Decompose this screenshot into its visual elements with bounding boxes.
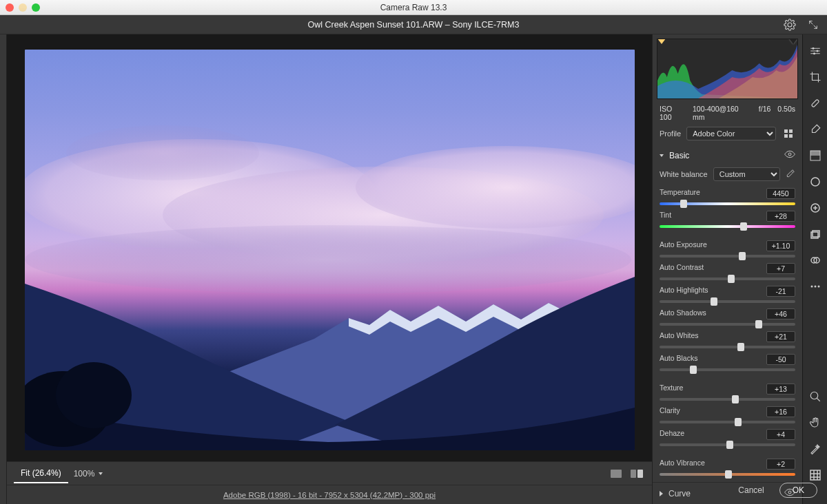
slider-dehaze[interactable]: Dehaze+4 xyxy=(660,428,795,450)
slider-contrast[interactable]: Auto Contrast+7 xyxy=(660,262,795,284)
zoom-tool[interactable] xyxy=(808,390,822,403)
svg-rect-9 xyxy=(637,470,643,478)
svg-point-29 xyxy=(814,286,816,288)
fullscreen-button[interactable] xyxy=(806,18,820,32)
filmstrip-collapsed[interactable] xyxy=(0,34,7,504)
svg-rect-8 xyxy=(631,470,636,478)
slider-label: Auto Blacks xyxy=(660,354,697,365)
slider-label: Dehaze xyxy=(660,429,684,440)
cancel-button[interactable]: Cancel xyxy=(733,483,769,498)
slider-label: Tint xyxy=(660,211,671,222)
slider-value[interactable]: -50 xyxy=(766,354,795,365)
image-preview[interactable] xyxy=(25,50,635,450)
white-balance-dropdown[interactable]: Custom xyxy=(713,167,780,181)
presets-tool[interactable] xyxy=(808,253,822,267)
slider-track[interactable] xyxy=(660,225,795,228)
slider-value[interactable]: +16 xyxy=(766,406,795,417)
adjustment-brush-tool[interactable] xyxy=(808,123,822,136)
slider-thumb[interactable] xyxy=(680,200,687,208)
redeye-tool[interactable] xyxy=(808,201,822,215)
profile-browser-button[interactable] xyxy=(782,129,795,138)
slider-value[interactable]: +28 xyxy=(766,211,795,222)
slider-value[interactable]: +21 xyxy=(766,331,795,342)
fullscreen-icon xyxy=(808,19,819,30)
chevron-right-icon xyxy=(660,491,663,496)
zoom-icon xyxy=(809,390,821,403)
shadow-clip-warning-icon[interactable] xyxy=(657,39,666,44)
slider-shadows[interactable]: Auto Shadows+46 xyxy=(660,307,795,330)
snapshots-tool[interactable] xyxy=(808,227,822,241)
basic-visibility-toggle[interactable] xyxy=(784,150,795,160)
settings-button[interactable] xyxy=(783,18,797,32)
slider-track[interactable] xyxy=(660,202,795,205)
radial-filter-tool[interactable] xyxy=(808,175,822,189)
slider-thumb[interactable] xyxy=(740,222,747,231)
ok-button[interactable]: OK xyxy=(779,483,817,498)
zoom-level-dropdown[interactable]: 100% xyxy=(68,465,109,483)
more-button[interactable] xyxy=(808,280,822,293)
svg-rect-32 xyxy=(810,470,820,480)
slider-track[interactable] xyxy=(660,277,795,280)
slider-track[interactable] xyxy=(660,323,795,326)
highlight-clip-warning-icon[interactable] xyxy=(789,39,797,44)
slider-exposure[interactable]: Auto Exposure+1.10 xyxy=(660,239,795,262)
slider-thumb[interactable] xyxy=(711,297,717,306)
white-balance-eyedropper[interactable] xyxy=(786,169,795,180)
slider-track[interactable] xyxy=(660,473,795,476)
slider-thumb[interactable] xyxy=(725,470,732,479)
slider-vibrance[interactable]: Auto Vibrance+2 xyxy=(660,457,795,479)
view-single-button[interactable] xyxy=(608,467,624,481)
histogram[interactable] xyxy=(657,39,798,99)
slider-track[interactable] xyxy=(660,255,795,258)
svg-rect-21 xyxy=(810,151,820,156)
slider-value[interactable]: 4450 xyxy=(766,188,795,199)
slider-value[interactable]: +13 xyxy=(766,384,795,395)
profile-dropdown[interactable]: Adobe Color xyxy=(686,127,776,140)
grid-overlay-tool[interactable] xyxy=(808,468,822,482)
slider-temperature[interactable]: Temperature4450 xyxy=(660,187,795,209)
image-info-bar[interactable]: Adobe RGB (1998) - 16 bit - 7952 x 5304 … xyxy=(7,485,652,504)
slider-thumb[interactable] xyxy=(737,343,744,351)
slider-thumb[interactable] xyxy=(690,366,697,374)
slider-value[interactable]: +2 xyxy=(766,459,795,470)
preview-tree xyxy=(25,326,149,450)
slider-whites[interactable]: Auto Whites+21 xyxy=(660,330,795,353)
crop-tool[interactable] xyxy=(808,70,822,84)
slider-clarity[interactable]: Clarity+16 xyxy=(660,405,795,428)
slider-texture[interactable]: Texture+13 xyxy=(660,382,795,405)
slider-thumb[interactable] xyxy=(735,418,742,426)
slider-track[interactable] xyxy=(660,300,795,303)
slider-tint[interactable]: Tint+28 xyxy=(660,209,795,232)
slider-highlights[interactable]: Auto Highlights-21 xyxy=(660,284,795,307)
exif-lens: 100-400@160 mm xyxy=(693,105,752,121)
slider-track[interactable] xyxy=(660,398,795,401)
slider-thumb[interactable] xyxy=(755,320,762,328)
slider-value[interactable]: -21 xyxy=(766,286,795,297)
slider-track[interactable] xyxy=(660,346,795,348)
graduated-filter-tool[interactable] xyxy=(808,149,822,162)
svg-rect-11 xyxy=(789,129,793,133)
slider-thumb[interactable] xyxy=(739,252,746,260)
slider-thumb[interactable] xyxy=(726,441,733,449)
color-sampler-tool[interactable] xyxy=(808,442,822,456)
slider-value[interactable]: +46 xyxy=(766,308,795,319)
slider-track[interactable] xyxy=(660,421,795,423)
svg-rect-19 xyxy=(811,99,819,107)
white-balance-label: White balance xyxy=(660,170,708,178)
basic-section-header[interactable]: Basic xyxy=(660,146,795,165)
edit-tool[interactable] xyxy=(808,44,822,58)
healing-tool[interactable] xyxy=(808,96,822,110)
zoom-fit-button[interactable]: Fit (26.4%) xyxy=(14,464,68,483)
slider-thumb[interactable] xyxy=(728,275,735,283)
view-compare-button[interactable] xyxy=(629,467,645,481)
hand-tool[interactable] xyxy=(808,416,822,430)
crop-icon xyxy=(809,71,821,83)
slider-value[interactable]: +4 xyxy=(766,429,795,440)
slider-value[interactable]: +1.10 xyxy=(766,240,795,251)
slider-track[interactable] xyxy=(660,368,795,371)
slider-track[interactable] xyxy=(660,443,795,446)
slider-value[interactable]: +7 xyxy=(766,263,795,274)
slider-thumb[interactable] xyxy=(732,395,739,403)
image-info-label: Adobe RGB (1998) - 16 bit - 7952 x 5304 … xyxy=(223,491,436,499)
slider-blacks[interactable]: Auto Blacks-50 xyxy=(660,353,795,375)
